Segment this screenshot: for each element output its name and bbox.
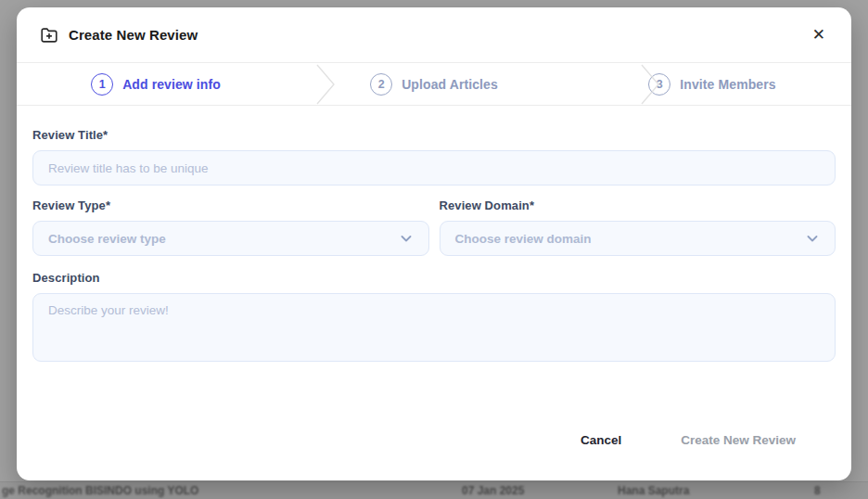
step-label: Add review info [122, 77, 221, 92]
close-icon[interactable]: ✕ [809, 23, 829, 46]
step-number-badge: 1 [91, 73, 113, 96]
chevron-right-separator-icon [640, 64, 660, 105]
cancel-button[interactable]: Cancel [568, 424, 634, 456]
review-title-label: Review Title* [32, 128, 836, 142]
dimmed-row-title: ge Recognition BISINDO using YOLO [2, 484, 198, 497]
review-title-input[interactable] [32, 150, 836, 186]
step-invite-members[interactable]: 3 Invite Members [573, 73, 851, 96]
dimmed-row-count: 8 [814, 484, 821, 497]
review-domain-select[interactable]: Choose review domain [440, 221, 836, 256]
step-upload-articles[interactable]: 2 Upload Articles [295, 73, 573, 96]
step-label: Upload Articles [402, 77, 498, 92]
review-type-selected-value: Choose review type [48, 232, 399, 246]
create-review-modal: Create New Review ✕ 1 Add review info 2 … [17, 7, 851, 480]
review-domain-label: Review Domain* [440, 198, 836, 212]
chevron-right-separator-icon [315, 64, 336, 105]
review-form: Review Title* Review Type* Choose review… [17, 106, 851, 424]
review-type-select[interactable]: Choose review type [32, 221, 429, 256]
description-textarea[interactable] [32, 293, 836, 362]
modal-footer: Cancel Create New Review [17, 424, 851, 480]
dimmed-table-row: ge Recognition BISINDO using YOLO 07 Jan… [0, 481, 868, 499]
review-type-label: Review Type* [32, 198, 429, 212]
dimmed-row-date: 07 Jan 2025 [462, 484, 524, 497]
modal-title: Create New Review [69, 27, 198, 43]
chevron-down-icon [805, 231, 820, 246]
create-new-review-button[interactable]: Create New Review [668, 424, 809, 456]
stepper: 1 Add review info 2 Upload Articles 3 In… [17, 63, 851, 106]
folder-plus-icon [39, 25, 59, 45]
chevron-down-icon [399, 231, 414, 246]
dimmed-row-owner: Hana Saputra [618, 484, 689, 497]
description-label: Description [32, 271, 836, 285]
step-add-review-info[interactable]: 1 Add review info [17, 73, 295, 96]
step-number-badge: 2 [370, 73, 392, 96]
review-domain-selected-value: Choose review domain [455, 232, 806, 246]
modal-header: Create New Review ✕ [17, 7, 851, 63]
step-label: Invite Members [680, 77, 775, 92]
